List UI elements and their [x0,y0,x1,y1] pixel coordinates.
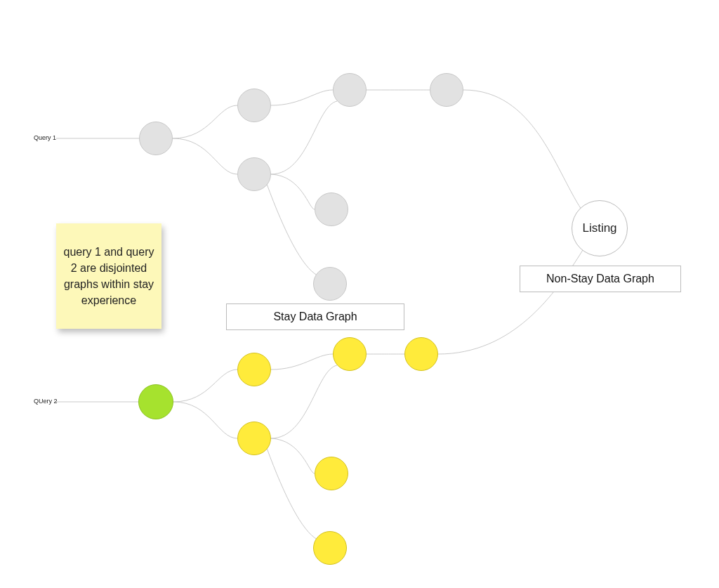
gray-node-e [313,267,347,301]
gray-node-root [139,122,173,155]
gray-node-f [430,73,463,107]
stay-data-graph-label: Stay Data Graph [273,311,357,323]
yellow-node-f [404,337,438,371]
edge-g-a-to-g-c [271,90,333,105]
edge-g-b-to-g-e [267,184,317,275]
edge-y-b-to-y-e [267,448,317,540]
yellow-node-b [237,422,271,455]
query-1-label: Query 1 [34,134,56,141]
edge-g-root-to-g-b [173,138,237,174]
listing-node: Listing [572,200,628,256]
yellow-node-e [313,531,347,565]
yellow-node-a [237,353,271,386]
edge-y-b-to-y-c [271,365,337,438]
edge-y-root-to-y-a [173,370,237,402]
gray-node-d [315,192,348,226]
edge-g-f-to-listing [463,90,581,209]
green-node-root [138,384,173,419]
yellow-node-c [333,337,367,371]
query-2-label: QUery 2 [34,398,58,405]
stay-data-graph-box: Stay Data Graph [226,303,404,330]
diagram-canvas: Query 1 QUery 2 query 1 and query 2 are … [0,0,719,588]
edge-g-b-to-g-d [271,174,315,209]
listing-node-label: Listing [582,221,616,235]
yellow-node-d [315,457,348,490]
gray-node-a [237,89,271,122]
edge-y-a-to-y-c [271,354,333,370]
edge-g-root-to-g-a [173,105,237,138]
gray-node-c [333,73,367,107]
non-stay-data-graph-box: Non-Stay Data Graph [520,266,681,292]
edge-y-root-to-y-b [173,402,237,438]
sticky-note: query 1 and query 2 are disjointed graph… [56,223,161,329]
edge-g-b-to-g-c [271,101,337,174]
gray-node-b [237,157,271,191]
edge-y-b-to-y-d [271,438,315,473]
non-stay-data-graph-label: Non-Stay Data Graph [546,273,654,285]
